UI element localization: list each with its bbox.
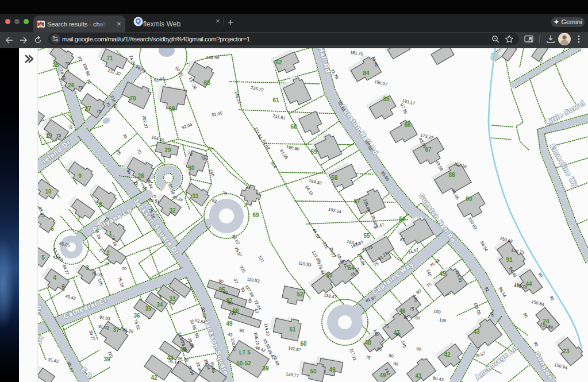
svg-text:23: 23 bbox=[563, 348, 570, 354]
svg-text:59: 59 bbox=[310, 149, 317, 155]
svg-text:90: 90 bbox=[395, 331, 401, 337]
svg-text:5: 5 bbox=[41, 254, 45, 261]
svg-text:90: 90 bbox=[239, 327, 245, 333]
svg-text:90: 90 bbox=[416, 346, 422, 352]
svg-text:37: 37 bbox=[113, 327, 120, 333]
svg-text:28: 28 bbox=[137, 173, 144, 179]
svg-text:65: 65 bbox=[143, 186, 147, 191]
svg-text:70: 70 bbox=[129, 95, 136, 102]
svg-text:71: 71 bbox=[106, 55, 113, 61]
svg-text:36: 36 bbox=[133, 312, 140, 319]
svg-text:33: 33 bbox=[169, 296, 176, 302]
svg-text:34: 34 bbox=[156, 302, 163, 308]
svg-text:52: 52 bbox=[297, 291, 303, 298]
svg-text:69: 69 bbox=[252, 212, 259, 218]
svg-text:55: 55 bbox=[363, 233, 370, 239]
svg-text:29: 29 bbox=[164, 147, 171, 153]
svg-text:10: 10 bbox=[45, 188, 52, 195]
svg-text:43: 43 bbox=[473, 329, 480, 335]
svg-text:57: 57 bbox=[353, 198, 360, 204]
svg-text:84: 84 bbox=[363, 70, 370, 76]
svg-text:51: 51 bbox=[289, 326, 296, 333]
svg-text:LT 5: LT 5 bbox=[239, 349, 251, 356]
svg-text:43: 43 bbox=[228, 331, 233, 337]
svg-text:42: 42 bbox=[444, 352, 451, 358]
svg-text:60: 60 bbox=[300, 341, 307, 347]
svg-text:85: 85 bbox=[383, 96, 390, 102]
svg-text:90: 90 bbox=[389, 353, 394, 358]
svg-text:58: 58 bbox=[331, 175, 338, 181]
svg-text:70: 70 bbox=[133, 181, 138, 186]
svg-text:90: 90 bbox=[228, 300, 233, 306]
svg-text:27: 27 bbox=[84, 106, 91, 112]
svg-text:75: 75 bbox=[78, 85, 83, 90]
svg-text:75: 75 bbox=[65, 61, 70, 66]
svg-text:68: 68 bbox=[203, 80, 210, 86]
svg-text:70: 70 bbox=[122, 266, 126, 271]
svg-text:19: 19 bbox=[45, 133, 52, 139]
svg-text:75: 75 bbox=[409, 306, 415, 311]
svg-text:53: 53 bbox=[326, 272, 333, 279]
svg-text:41: 41 bbox=[415, 373, 422, 379]
svg-text:60: 60 bbox=[290, 124, 297, 130]
svg-text:90: 90 bbox=[393, 361, 399, 366]
svg-text:75: 75 bbox=[56, 133, 61, 138]
svg-text:32: 32 bbox=[169, 207, 176, 214]
svg-text:80: 80 bbox=[403, 314, 409, 320]
svg-text:3: 3 bbox=[86, 265, 89, 271]
svg-text:48: 48 bbox=[364, 339, 371, 346]
svg-text:6: 6 bbox=[51, 226, 54, 232]
svg-text:2: 2 bbox=[106, 250, 110, 256]
svg-text:70: 70 bbox=[99, 248, 103, 253]
svg-text:87: 87 bbox=[400, 237, 405, 242]
svg-text:75: 75 bbox=[366, 354, 371, 360]
svg-text:80: 80 bbox=[377, 346, 383, 352]
svg-text:30: 30 bbox=[188, 165, 195, 171]
svg-text:7: 7 bbox=[77, 216, 80, 222]
svg-text:8: 8 bbox=[99, 202, 102, 208]
svg-text:61: 61 bbox=[272, 97, 279, 103]
svg-text:69: 69 bbox=[168, 106, 175, 112]
svg-text:75: 75 bbox=[384, 323, 390, 329]
svg-text:90: 90 bbox=[415, 315, 421, 321]
svg-text:90: 90 bbox=[223, 290, 229, 295]
svg-text:90: 90 bbox=[218, 278, 224, 284]
svg-text:91: 91 bbox=[506, 257, 513, 263]
svg-text:4: 4 bbox=[53, 275, 56, 281]
svg-text:75: 75 bbox=[97, 109, 101, 114]
svg-text:62: 62 bbox=[275, 59, 282, 65]
svg-text:49: 49 bbox=[226, 321, 233, 327]
svg-text:90: 90 bbox=[466, 196, 472, 202]
svg-text:42: 42 bbox=[151, 375, 157, 381]
svg-text:50: 50 bbox=[310, 368, 317, 375]
svg-text:75: 75 bbox=[105, 261, 109, 267]
svg-text:46: 46 bbox=[399, 308, 406, 314]
svg-text:168.99: 168.99 bbox=[206, 55, 220, 60]
svg-text:50-52: 50-52 bbox=[236, 360, 251, 366]
svg-text:45: 45 bbox=[439, 271, 446, 277]
svg-text:49: 49 bbox=[329, 366, 336, 373]
svg-text:49: 49 bbox=[379, 372, 386, 379]
svg-text:31: 31 bbox=[192, 193, 199, 199]
svg-text:56: 56 bbox=[399, 216, 406, 222]
svg-text:26: 26 bbox=[68, 82, 75, 88]
svg-text:87: 87 bbox=[425, 146, 432, 153]
svg-text:88: 88 bbox=[448, 172, 455, 178]
svg-text:35: 35 bbox=[145, 306, 152, 312]
svg-text:25: 25 bbox=[52, 62, 59, 68]
svg-text:86: 86 bbox=[404, 122, 411, 128]
svg-text:90: 90 bbox=[231, 310, 237, 316]
svg-text:9: 9 bbox=[78, 173, 82, 179]
svg-text:39: 39 bbox=[262, 365, 269, 372]
